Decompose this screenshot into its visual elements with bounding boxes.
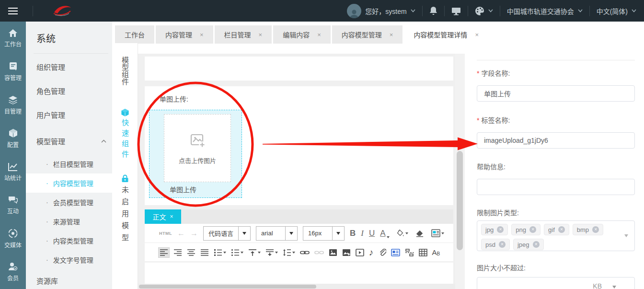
language-selector[interactable]: 中文(简体)	[597, 6, 636, 16]
paragraph-after-button[interactable]	[264, 248, 279, 257]
remove-tag-icon[interactable]: ×	[533, 241, 540, 248]
organization-selector[interactable]: 中国城市轨道交通协会	[507, 6, 583, 16]
divider	[500, 6, 500, 16]
bell-icon	[429, 6, 437, 15]
tab-content-mgmt[interactable]: 内容管理×	[156, 25, 213, 44]
insert-audio-button[interactable]: ♪	[368, 248, 375, 257]
align-justify-button[interactable]	[199, 248, 210, 257]
italic-button[interactable]: I	[361, 229, 364, 238]
remove-tag-icon[interactable]: ×	[529, 226, 536, 233]
upload-dropbox[interactable]: 点击上传图片	[164, 114, 231, 182]
field-card-image-upload[interactable]: 单图上传: 点击上传图片 单图上传	[145, 86, 453, 205]
user-menu[interactable]: 您好，system	[347, 4, 415, 18]
redo-icon[interactable]: →	[190, 229, 198, 238]
group-quick-components[interactable]: 快速组件	[120, 119, 130, 161]
tab-edit-content[interactable]: 编辑内容×	[273, 25, 331, 44]
tab-content-model-detail[interactable]: 内容模型管理详情×	[404, 25, 488, 44]
close-icon[interactable]: ×	[259, 31, 263, 38]
tag-name-input[interactable]	[477, 132, 635, 149]
case-button[interactable]: AB	[431, 247, 441, 257]
tab-column-mgmt[interactable]: 栏目管理×	[215, 25, 272, 44]
rail-item-members[interactable]: 会员	[0, 255, 26, 289]
theme-menu[interactable]	[475, 6, 493, 16]
rail-item-column-mgmt[interactable]: 目管理	[0, 88, 26, 122]
caret-down-icon[interactable]	[612, 286, 616, 289]
vertical-scrollbar-thumb[interactable]	[457, 151, 463, 250]
rail-item-config[interactable]: 配置	[0, 122, 26, 155]
insert-table-button[interactable]	[418, 248, 428, 257]
sidebar-subitem-content-model[interactable]: ·内容模型管理	[26, 173, 112, 193]
notifications-button[interactable]	[429, 6, 437, 15]
rail-item-interaction[interactable]: 互动	[0, 188, 26, 222]
font-color-button[interactable]: A	[380, 229, 389, 238]
remove-tag-icon[interactable]: ×	[499, 241, 506, 248]
background-color-button[interactable]	[395, 228, 409, 239]
field-name-input[interactable]	[477, 85, 635, 102]
display-button[interactable]	[451, 7, 461, 15]
remove-tag-icon[interactable]: ×	[497, 226, 504, 233]
unordered-list-button[interactable]	[230, 248, 244, 257]
image-text-button[interactable]	[390, 248, 401, 257]
rich-text-editor: 正文 × HTML ← → 代码语言 arial 16px	[145, 209, 453, 284]
close-icon[interactable]: ×	[390, 31, 393, 38]
insert-template-button[interactable]	[430, 228, 445, 238]
bold-button[interactable]: B	[350, 229, 356, 238]
caret-down-icon[interactable]	[624, 234, 628, 237]
sidebar-subitem-column-model[interactable]: ·栏目模型管理	[26, 154, 112, 173]
insert-image-button[interactable]	[328, 248, 338, 257]
remove-tag-icon[interactable]: ×	[592, 226, 599, 233]
sidebar-item-org-mgmt[interactable]: 组织管理	[36, 62, 108, 72]
component-groups-rail: 模型组件 快速组件 未启用模型	[112, 43, 138, 289]
insert-link-button[interactable]	[299, 248, 310, 257]
code-language-select[interactable]: 代码语言	[203, 226, 251, 241]
horizontal-scrollbar-thumb[interactable]	[139, 285, 316, 289]
close-icon[interactable]: ×	[170, 213, 173, 220]
editor-content-area[interactable]	[145, 262, 453, 283]
eraser-button[interactable]	[414, 229, 425, 238]
upload-image-button[interactable]	[341, 248, 352, 257]
editor-tab-body[interactable]: 正文 ×	[145, 209, 181, 224]
sidebar-group-model-mgmt[interactable]: 模型管理	[36, 136, 106, 146]
user-greeting: 您好，system	[365, 6, 406, 16]
align-left-button[interactable]	[158, 247, 170, 258]
underline-button[interactable]: U	[369, 229, 375, 238]
paragraph-before-button[interactable]	[247, 248, 262, 257]
sidebar-subitem-member-model[interactable]: ·会员模型管理	[26, 193, 112, 212]
group-disabled-models[interactable]: 未启用模型	[120, 186, 130, 246]
group-model-components[interactable]: 模型组件	[120, 57, 130, 85]
align-center-button[interactable]	[186, 248, 196, 257]
sidebar-subitem-source-mgmt[interactable]: ·来源管理	[26, 212, 112, 231]
image-upload-zone[interactable]: 点击上传图片 单图上传	[149, 110, 242, 198]
sidebar-item-role-mgmt[interactable]: 角色管理	[36, 86, 108, 96]
sidebar-item-resource-library[interactable]: 资源库	[36, 276, 108, 286]
max-size-input-group[interactable]: KB	[477, 277, 635, 289]
tab-content-model-mgmt[interactable]: 内容模型管理×	[332, 25, 403, 44]
ordered-list-button[interactable]	[213, 248, 227, 257]
menu-toggle-button[interactable]	[0, 0, 26, 22]
sidebar-item-user-mgmt[interactable]: 用户管理	[36, 110, 108, 120]
page-break-button[interactable]	[404, 248, 415, 257]
insert-video-button[interactable]	[355, 248, 365, 257]
image-types-multiselect[interactable]: jpg× png× gif× bmp× psd× jpeg×	[477, 220, 635, 251]
tab-workbench[interactable]: 工作台	[115, 25, 154, 44]
rail-item-site-stats[interactable]: 站统计	[0, 155, 26, 189]
help-info-input[interactable]	[477, 179, 635, 195]
rail-item-content-mgmt[interactable]: 容管理	[0, 55, 26, 89]
sidebar-subitem-doc-number[interactable]: ·发文字号管理	[26, 250, 112, 269]
font-size-select[interactable]: 16px	[303, 226, 345, 241]
line-height-button[interactable]	[282, 248, 296, 257]
close-icon[interactable]: ×	[475, 31, 479, 38]
align-right-button[interactable]	[172, 248, 183, 257]
remove-tag-icon[interactable]: ×	[558, 226, 565, 233]
system-sidebar: 系统 组织管理 角色管理 用户管理 模型管理 ·栏目模型管理 ·内容模型管理 ·…	[26, 22, 112, 289]
close-icon[interactable]: ×	[200, 31, 204, 38]
remove-link-button[interactable]	[313, 248, 325, 257]
undo-icon[interactable]: ←	[177, 229, 185, 238]
sidebar-subitem-content-type[interactable]: ·内容类型管理	[26, 231, 112, 250]
html-source-button[interactable]: HTML	[159, 231, 172, 236]
rail-item-workbench[interactable]: 工作台	[0, 22, 26, 55]
font-family-select[interactable]: arial	[256, 226, 298, 241]
attach-file-button[interactable]	[378, 247, 387, 257]
close-icon[interactable]: ×	[317, 31, 321, 38]
rail-item-social-media[interactable]: 交媒体	[0, 222, 26, 255]
